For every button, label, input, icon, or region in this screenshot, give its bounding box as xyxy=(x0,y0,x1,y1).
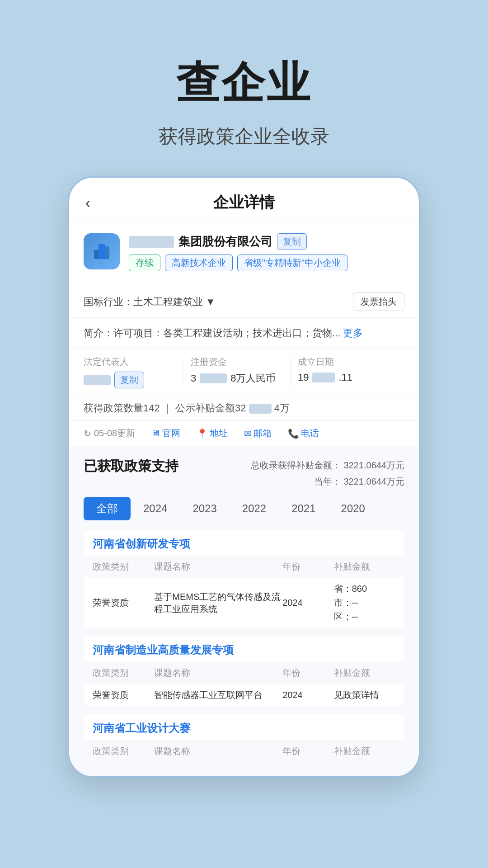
subsidy-blur xyxy=(249,404,272,414)
row2-year: 2024 xyxy=(282,690,334,700)
total-amount: 3221.0644万元 xyxy=(343,460,404,470)
subsidy-text: 公示补贴金额32 xyxy=(175,402,246,414)
total-amount-row: 总收录获得补贴金额： 3221.0644万元 xyxy=(251,457,404,473)
website-label: 官网 xyxy=(162,427,180,439)
year-amount-row: 当年： 3221.0644万元 xyxy=(251,473,404,490)
copy-legal-button[interactable]: 复制 xyxy=(114,372,144,388)
address-link[interactable]: 📍 地址 xyxy=(197,427,228,439)
industry-info: 国标行业：土木工程建筑业 ▼ xyxy=(84,295,216,309)
card3-title: 河南省工业设计大赛 xyxy=(84,714,404,741)
industry-row: 国标行业：土木工程建筑业 ▼ 发票抬头 xyxy=(69,286,419,318)
col2-year: 年份 xyxy=(282,667,334,679)
card3-header: 政策类别 课题名称 年份 补贴金额 xyxy=(84,741,404,762)
policy-header: 已获取政策支持 总收录获得补贴金额： 3221.0644万元 当年： 3221.… xyxy=(84,457,404,490)
subsidy-unit: 4万 xyxy=(274,402,290,414)
phone-icon: 📞 xyxy=(288,428,299,439)
policy-count-row: 获得政策数量142 ｜ 公示补贴金额32 4万 xyxy=(69,396,419,421)
company-description: 简介：许可项目：各类工程建设活动；技术进出口；货物... 更多 xyxy=(69,318,419,349)
refresh-icon: ↻ xyxy=(84,428,91,439)
year-amount: 3221.0644万元 xyxy=(343,476,404,486)
location-icon: 📍 xyxy=(197,428,208,439)
phone-link[interactable]: 📞 电话 xyxy=(288,427,319,439)
update-time: ↻ 05-08更新 xyxy=(84,427,135,439)
col3-subject: 课题名称 xyxy=(154,745,282,757)
update-nav-row: ↻ 05-08更新 🖥 官网 📍 地址 ✉ 邮箱 📞 电话 xyxy=(69,421,419,446)
capital-unit: 8万人民币 xyxy=(230,372,276,385)
year-label: 当年： xyxy=(314,476,341,486)
row1-amount-province: 省：860 xyxy=(334,583,395,595)
date-label: 成立日期 xyxy=(298,356,390,368)
policy-count-text: 获得政策数量142 xyxy=(84,402,160,414)
card2-table: 政策类别 课题名称 年份 补贴金额 荣誉资质 智能传感器工业互联网平台 2024… xyxy=(84,662,404,707)
date-blur xyxy=(312,373,335,382)
card1-title: 河南省创新研发专项 xyxy=(84,529,404,556)
company-tags: 存续 高新技术企业 省级"专精特新"中小企业 xyxy=(129,255,404,271)
email-icon: ✉ xyxy=(244,428,252,439)
col3-type: 政策类别 xyxy=(93,745,154,757)
tab-2020[interactable]: 2020 xyxy=(328,497,378,520)
tab-2021[interactable]: 2021 xyxy=(279,497,328,520)
row1-year: 2024 xyxy=(282,598,334,608)
row2-type: 荣誉资质 xyxy=(93,689,154,701)
policy-card-2: 河南省制造业高质量发展专项 政策类别 课题名称 年份 补贴金额 荣誉资质 智能传… xyxy=(84,636,404,707)
tab-2022[interactable]: 2022 xyxy=(230,497,279,520)
svg-rect-2 xyxy=(99,244,105,259)
policy-section-title: 已获取政策支持 xyxy=(84,457,178,476)
card2-row1: 荣誉资质 智能传感器工业互联网平台 2024 见政策详情 xyxy=(84,684,404,707)
row2-subject: 智能传感器工业互联网平台 xyxy=(154,689,282,701)
col-type: 政策类别 xyxy=(93,561,154,573)
card2-header: 政策类别 课题名称 年份 补贴金额 xyxy=(84,662,404,684)
row1-type: 荣誉资质 xyxy=(93,597,154,609)
company-name: 集团股份有限公司 xyxy=(178,234,272,250)
address-label: 地址 xyxy=(210,427,228,439)
monitor-icon: 🖥 xyxy=(151,428,160,439)
email-link[interactable]: ✉ 邮箱 xyxy=(244,427,272,439)
tag-specialized: 省级"专精特新"中小企业 xyxy=(237,255,347,271)
tab-2024[interactable]: 2024 xyxy=(131,497,180,520)
year-tabs: 全部 2024 2023 2022 2021 2020 xyxy=(84,497,404,520)
legal-rep-label: 法定代表人 xyxy=(84,356,176,368)
company-info: 集团股份有限公司 复制 存续 高新技术企业 省级"专精特新"中小企业 xyxy=(69,222,419,286)
row1-amount: 省：860 市：-- 区：-- xyxy=(334,583,395,623)
capital-label: 注册资金 xyxy=(191,356,283,368)
policy-section: 已获取政策支持 总收录获得补贴金额： 3221.0644万元 当年： 3221.… xyxy=(69,446,419,776)
legal-rep-blur xyxy=(84,375,111,385)
row1-amount-district: 区：-- xyxy=(334,611,395,623)
legal-info: 法定代表人 复制 注册资金 3 8万人民币 成立日期 19 .11 xyxy=(69,349,419,396)
phone-header: ‹ 企业详情 xyxy=(69,178,419,222)
date-suffix: .11 xyxy=(338,372,352,383)
col-year: 年份 xyxy=(282,561,334,573)
phone-mockup: ‹ 企业详情 集团股份有限公司 复制 存续 高新技术企业 xyxy=(68,176,420,778)
tab-2023[interactable]: 2023 xyxy=(180,497,229,520)
sub-title: 获得政策企业全收录 xyxy=(159,124,329,149)
desc-more-link[interactable]: 更多 xyxy=(343,327,363,339)
policy-card-1: 河南省创新研发专项 政策类别 课题名称 年份 补贴金额 荣誉资质 基于MEMS工… xyxy=(84,529,404,628)
page-title: 企业详情 xyxy=(213,192,275,213)
main-title: 查企业 xyxy=(176,54,312,113)
col-amount: 补贴金额 xyxy=(334,561,395,573)
row1-amount-city: 市：-- xyxy=(334,597,395,609)
row2-amount: 见政策详情 xyxy=(334,689,395,701)
card3-table: 政策类别 课题名称 年份 补贴金额 xyxy=(84,741,404,762)
col-subject: 课题名称 xyxy=(154,561,282,573)
card1-row1: 荣誉资质 基于MEMS工艺的气体传感及流程工业应用系统 2024 省：860 市… xyxy=(84,577,404,628)
invoice-button[interactable]: 发票抬头 xyxy=(353,292,404,311)
app-header: 查企业 获得政策企业全收录 xyxy=(159,0,329,149)
company-logo xyxy=(84,233,120,269)
phone-label: 电话 xyxy=(301,427,319,439)
col3-year: 年份 xyxy=(282,745,334,757)
date-prefix: 19 xyxy=(298,372,309,383)
dropdown-icon[interactable]: ▼ xyxy=(206,296,216,308)
website-link[interactable]: 🖥 官网 xyxy=(151,427,180,439)
back-button[interactable]: ‹ xyxy=(85,194,90,211)
card2-title: 河南省制造业高质量发展专项 xyxy=(84,636,404,662)
row1-subject: 基于MEMS工艺的气体传感及流程工业应用系统 xyxy=(154,591,282,615)
policy-card-3: 河南省工业设计大赛 政策类别 课题名称 年份 补贴金额 xyxy=(84,714,404,762)
capital-value: 3 xyxy=(191,373,196,384)
copy-button[interactable]: 复制 xyxy=(277,233,307,250)
tag-hightech: 高新技术企业 xyxy=(165,255,233,271)
tab-all[interactable]: 全部 xyxy=(84,497,131,520)
col2-subject: 课题名称 xyxy=(154,667,282,679)
tag-status: 存续 xyxy=(129,255,160,271)
card1-header: 政策类别 课题名称 年份 补贴金额 xyxy=(84,556,404,577)
